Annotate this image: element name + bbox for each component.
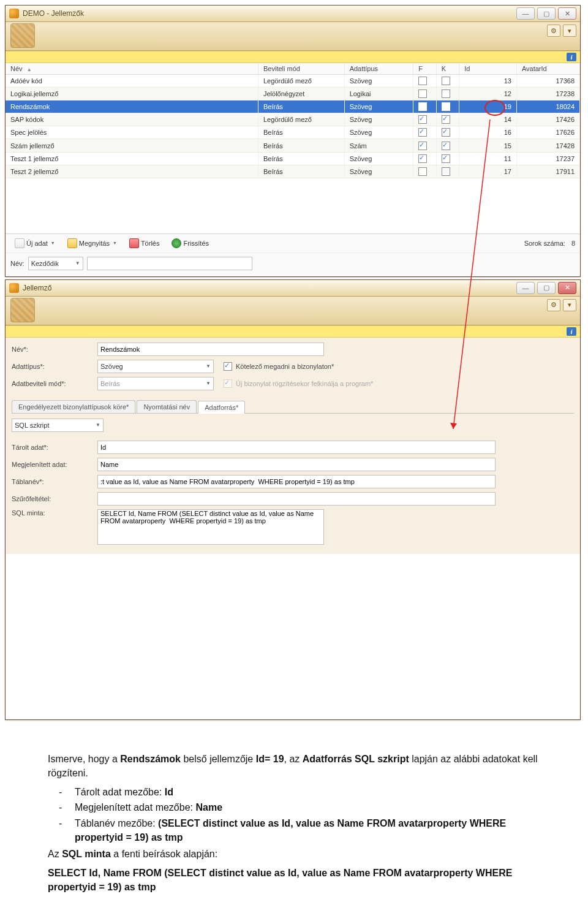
tab-adatforras[interactable]: Adatforrás* (198, 401, 245, 414)
tab-nyomtatasi-nev[interactable]: Nyomtatási név (137, 400, 197, 413)
checkbox-f[interactable] (418, 102, 427, 111)
ribbon-1: ⚙ ▾ (6, 22, 580, 51)
checkbox-k[interactable] (442, 89, 450, 98)
col-bev[interactable]: Beviteli mód (258, 63, 345, 75)
app-icon (9, 283, 19, 293)
table-row[interactable]: Logikai.jellemzőJelölőnégyzetLogikai1217… (6, 88, 580, 100)
rowcount-value: 8 (571, 240, 575, 247)
minimize-button[interactable]: — (516, 282, 535, 294)
table-row[interactable]: Szám jellemzőBeírásSzám1517428 (6, 139, 580, 152)
nev-label: Név*: (12, 346, 97, 353)
close-button[interactable]: ✕ (558, 7, 576, 20)
col-av[interactable]: AvatarId (516, 63, 579, 75)
megjel-label: Megjelenített adat: (12, 461, 97, 468)
tabpage-adatforras: SQL szkript ▼ Tárolt adat*: Megjelenítet… (6, 414, 580, 553)
window-title-2: Jellemző (23, 284, 516, 292)
col-id[interactable]: Id (459, 63, 517, 75)
filter-bar: Név: Kezdődik ▼ (6, 252, 580, 276)
open-button[interactable]: Megnyitás ▼ (63, 237, 121, 250)
minta-textarea[interactable]: SELECT Id, Name FROM (SELECT distinct va… (97, 509, 324, 545)
filter-input[interactable] (87, 257, 252, 270)
window-list: DEMO - Jellemzők — ▢ ✕ ⚙ ▾ i Név (5, 5, 581, 277)
ujbiz-label: Új bizonylat rögzítésekor felkínálja a p… (236, 380, 373, 387)
table-row[interactable]: Teszt 2 jellemzőBeírásSzöveg1717911 (6, 165, 580, 178)
table-row[interactable]: Teszt 1 jellemzőBeírásSzöveg1117237 (6, 152, 580, 165)
filter-label: Név: (10, 260, 24, 267)
checkbox-f[interactable] (418, 167, 427, 176)
doc-li1: Tárolt adat mezőbe: Id (75, 785, 551, 799)
chevron-down-icon: ▼ (96, 422, 100, 428)
szuro-label: Szűrőfeltétel: (12, 495, 97, 502)
adattipus-label: Adattípus*: (12, 363, 97, 370)
chevron-down-icon: ▼ (113, 241, 117, 245)
info-bar-2: i (6, 325, 580, 338)
refresh-button[interactable]: Frissítés (167, 237, 213, 250)
detail-form: Név*: Adattípus*: Szöveg ▼ Kötelező mega… (6, 338, 580, 396)
grid-toolbar: Új adat ▼ Megnyitás ▼ Törlés Frissítés (6, 233, 580, 252)
checkbox-k[interactable] (442, 167, 450, 176)
tarolt-label: Tárolt adat*: (12, 444, 97, 451)
document-body: Ismerve, hogy a Rendszámok belső jellemz… (0, 735, 588, 902)
open-icon (67, 238, 77, 248)
close-button[interactable]: ✕ (558, 282, 576, 294)
rowcount-label: Sorok száma: (524, 240, 565, 247)
gear-icon[interactable]: ⚙ (547, 25, 560, 37)
maximize-button[interactable]: ▢ (537, 7, 556, 20)
gear-icon[interactable]: ⚙ (547, 299, 560, 311)
chevron-down-icon: ▼ (206, 363, 211, 369)
doc-li2: Megjelenített adat mezőbe: Name (75, 800, 551, 814)
checkbox-f[interactable] (418, 115, 427, 124)
megjel-input[interactable] (97, 458, 496, 471)
blank-area (6, 553, 580, 719)
doc-p3: SELECT Id, Name FROM (SELECT distinct va… (48, 866, 551, 894)
checkbox-f[interactable] (418, 77, 427, 85)
checkbox-k[interactable] (442, 128, 450, 137)
window-detail: Jellemző — ▢ ✕ ⚙ ▾ i Név*: Adattípus*: (5, 279, 581, 720)
chevron-down-icon[interactable]: ▾ (563, 299, 576, 311)
checkbox-k[interactable] (442, 102, 450, 111)
chevron-down-icon: ▼ (51, 241, 55, 245)
maximize-button[interactable]: ▢ (537, 282, 556, 294)
filter-mode-combo[interactable]: Kezdődik ▼ (28, 257, 83, 270)
minta-label: SQL minta: (12, 509, 97, 517)
table-row[interactable]: Spec jelölésBeírásSzöveg1617626 (6, 126, 580, 139)
chevron-down-icon[interactable]: ▾ (563, 25, 576, 37)
col-f[interactable]: F (413, 63, 437, 75)
minimize-button[interactable]: — (516, 7, 535, 20)
checkbox-f[interactable] (418, 128, 427, 137)
kotelezo-checkbox[interactable] (224, 362, 232, 371)
ribbon-logo (10, 298, 35, 322)
checkbox-k[interactable] (442, 77, 450, 85)
checkbox-f[interactable] (418, 89, 427, 98)
sql-type-combo[interactable]: SQL szkript ▼ (12, 419, 104, 432)
tarolt-input[interactable] (97, 441, 496, 454)
checkbox-f[interactable] (418, 154, 427, 163)
bevmod-combo[interactable]: Beírás ▼ (97, 377, 214, 390)
new-button[interactable]: Új adat ▼ (10, 237, 59, 250)
sort-asc-icon: ▲ (27, 67, 32, 72)
table-row[interactable]: Adóév kódLegördülő mezőSzöveg1317368 (6, 75, 580, 88)
table-row[interactable]: RendszámokBeírásSzöveg1918024 (6, 100, 580, 113)
szuro-input[interactable] (97, 492, 496, 506)
checkbox-k[interactable] (442, 154, 450, 163)
table-row[interactable]: SAP kódokLegördülő mezőSzöveg1417426 (6, 113, 580, 126)
col-tip[interactable]: Adattípus (344, 63, 413, 75)
info-bar-1: i (6, 51, 580, 63)
titlebar-1: DEMO - Jellemzők — ▢ ✕ (6, 6, 580, 22)
delete-button[interactable]: Törlés (125, 237, 164, 250)
col-nev[interactable]: Név ▲ (6, 63, 258, 75)
delete-icon (129, 238, 139, 248)
checkbox-k[interactable] (442, 142, 450, 150)
doc-p1: Ismerve, hogy a Rendszámok belső jellemz… (48, 752, 551, 780)
adattipus-combo[interactable]: Szöveg ▼ (97, 360, 214, 373)
info-icon[interactable]: i (567, 53, 576, 61)
col-k[interactable]: K (436, 63, 459, 75)
checkbox-f[interactable] (418, 142, 427, 150)
nev-input[interactable] (97, 343, 324, 356)
tab-bizonylattipusok[interactable]: Engedélyezett bizonylattípusok köre* (12, 400, 135, 413)
ribbon-logo (10, 23, 35, 48)
checkbox-k[interactable] (442, 115, 450, 124)
tablanev-input[interactable] (97, 475, 496, 488)
new-icon (15, 238, 24, 248)
info-icon[interactable]: i (567, 327, 576, 336)
